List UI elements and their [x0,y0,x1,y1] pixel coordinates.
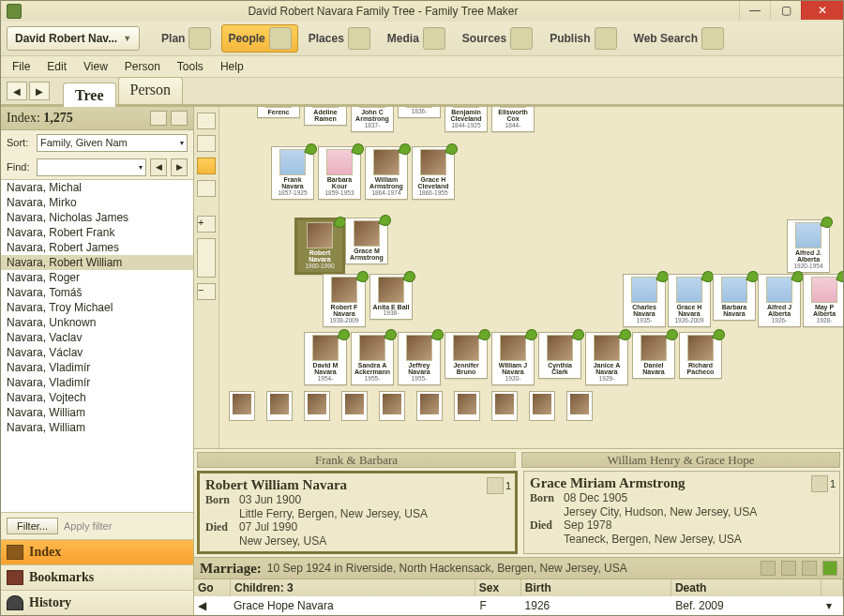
person-card[interactable]: Charles Navara1935- [623,274,666,327]
mother-parents[interactable]: William Henry & Grace Hope [521,452,840,468]
person-card-small[interactable] [379,391,405,421]
person-card-small[interactable] [529,391,555,421]
marriage-icon2[interactable] [781,561,796,576]
layout4-button[interactable] [197,180,216,197]
person-card[interactable]: Cynthia Clark [538,332,581,379]
person-card[interactable]: David M Navara1954- [304,332,347,385]
media-button[interactable]: Media [381,24,452,53]
close-button[interactable]: ✕ [801,1,843,20]
person-card[interactable]: Sandra A Ackermann1955- [351,332,394,385]
zoom-slider[interactable] [197,238,216,278]
menu-view[interactable]: View [76,58,115,75]
person-card-small[interactable] [566,391,593,421]
people-button[interactable]: People [221,24,297,53]
tab-person[interactable]: Person [118,77,184,104]
spouse-box[interactable]: 1 Grace Miriam Armstrong Born08 Dec 1905… [523,471,840,554]
person-card[interactable]: Richard Pacheco [679,332,722,379]
plan-button[interactable]: Plan [155,24,218,53]
minimize-button[interactable]: — [739,1,770,20]
person-card[interactable]: John C Armstrong1837- [351,107,394,132]
person-card[interactable]: Robert F Navara1938-2009 [323,274,366,327]
person-card[interactable]: Grace H Navara1926-2009 [668,274,711,327]
list-item[interactable]: Navara, Tomáš [1,285,193,300]
person-card[interactable]: Alfred J Alberta1926- [758,274,801,327]
person-card[interactable]: 1836- [398,107,441,118]
person-card[interactable]: Adeline Ramen [304,107,347,126]
list-item[interactable]: Navara, Robert James [1,240,193,255]
grid-icon[interactable] [150,111,167,126]
list-item[interactable]: Navara, Vaclav [1,330,193,345]
columns-icon[interactable] [171,111,188,126]
maximize-button[interactable]: ▢ [770,1,801,20]
list-item[interactable]: Navara, Troy Michael [1,300,193,315]
person-card[interactable]: Anita E Ball1938- [369,274,413,320]
accordion-index[interactable]: Index [1,539,193,564]
marriage-icon1[interactable] [761,561,776,576]
layout2-button[interactable] [197,135,216,152]
menu-file[interactable]: File [5,58,38,75]
list-item[interactable]: Navara, William [1,405,193,420]
person-card[interactable]: Barbara Kour1859-1953 [318,146,361,200]
person-card[interactable]: Benjamin Cleveland1844-1925 [445,107,488,132]
person-card-small[interactable] [454,391,480,421]
person-card-small[interactable] [304,391,330,421]
publish-button[interactable]: Publish [543,24,623,53]
menu-tools[interactable]: Tools [170,58,211,75]
accordion-history[interactable]: History [1,590,193,615]
list-item[interactable]: Navara, Vladimír [1,360,193,375]
list-item[interactable]: Navara, Vladimír [1,375,193,390]
websearch-button[interactable]: Web Search [627,24,731,53]
person-card-small[interactable] [229,391,255,421]
menu-help[interactable]: Help [213,58,251,75]
forward-button[interactable]: ▶ [29,82,50,100]
list-item[interactable]: Navara, Unknown [1,315,193,330]
root-person-selector[interactable]: David Robert Nav... ▼ [7,26,140,51]
person-card[interactable]: Grace M Armstrong [345,218,388,264]
sources-button[interactable]: Sources [456,24,539,53]
zoom-in-button[interactable]: + [197,216,216,233]
father-parents[interactable]: Frank & Barbara [197,452,516,468]
person-card[interactable]: Janice A Navara1929- [585,332,628,385]
name-list[interactable]: Navara, MichalNavara, MirkoNavara, Nicho… [1,179,193,513]
person-card[interactable]: William J Navara1920- [491,332,535,385]
tab-tree[interactable]: Tree [63,83,116,107]
list-item[interactable]: Navara, Mirko [1,195,193,210]
person-card[interactable]: Robert Navara1900-1990 [294,218,345,275]
person-card-small[interactable] [341,391,368,421]
tree-canvas[interactable]: FerencAdeline RamenJohn C Armstrong1837-… [219,107,843,448]
person-card[interactable]: William Armstrong1864-1974 [365,146,408,200]
list-item[interactable]: Navara, Robert William [1,255,193,270]
person-card[interactable]: Grace H Cleveland1866-1955 [412,146,455,200]
list-item[interactable]: Navara, Robert Frank [1,225,193,240]
sort-select[interactable]: Family, Given Nam▾ [37,134,188,152]
marriage-icon4[interactable] [822,561,837,576]
list-item[interactable]: Navara, Roger [1,270,193,285]
person-card[interactable]: Frank Navara1857-1925 [271,146,314,200]
filter-button[interactable]: Filter... [7,518,58,534]
back-button[interactable]: ◀ [7,82,27,100]
menu-person[interactable]: Person [117,58,168,75]
list-item[interactable]: Navara, William [1,420,193,435]
list-item[interactable]: Navara, Václav [1,345,193,360]
person-card[interactable]: May P Alberta1928- [803,274,843,327]
person-card[interactable]: Alfred J. Alberta1920-1954 [787,219,830,273]
marriage-icon3[interactable] [802,561,817,576]
zoom-out-button[interactable]: − [197,283,216,300]
find-input[interactable]: ▾ [37,158,146,176]
list-item[interactable]: Navara, Vojtech [1,390,193,405]
person-card[interactable]: Ellsworth Cox1844- [491,107,535,132]
find-prev-button[interactable]: ◀ [150,158,167,176]
person-card[interactable]: Jeffrey Navara1955- [398,332,441,385]
person-card-small[interactable] [266,391,293,421]
person-box[interactable]: 1 Robert William Navara Born03 Jun 1900 … [197,471,518,554]
person-card[interactable]: Barbara Navara [713,274,756,321]
person-card[interactable]: Ferenc [257,107,300,118]
layout1-button[interactable] [197,113,216,129]
person-card[interactable]: Jennifer Bruno [445,332,488,379]
accordion-bookmarks[interactable]: Bookmarks [1,564,193,590]
person-card-small[interactable] [416,391,443,421]
person-card-small[interactable] [491,391,518,421]
list-item[interactable]: Navara, Nicholas James [1,210,193,225]
list-item[interactable]: Navara, Michal [1,180,193,195]
places-button[interactable]: Places [302,24,377,53]
